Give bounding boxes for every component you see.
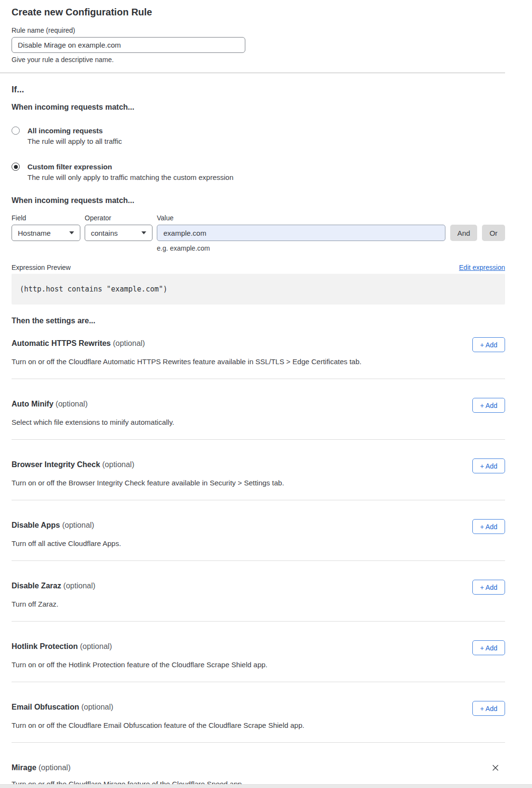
if-heading: If... — [12, 84, 505, 95]
setting-optional-tag: (optional) — [63, 582, 96, 590]
setting-optional-tag: (optional) — [113, 339, 145, 347]
operator-select-value: contains — [91, 229, 118, 237]
builder-heading: When incoming requests match... — [12, 196, 505, 205]
setting-name: Auto Minify — [12, 400, 53, 408]
setting-description: Turn on or off the Cloudflare Automatic … — [12, 357, 505, 366]
setting-name: Browser Integrity Check — [12, 460, 100, 469]
page-title: Create new Configuration Rule — [12, 6, 505, 18]
expression-preview-box: (http.host contains "example.com") — [12, 274, 505, 305]
setting-name: Mirage — [12, 763, 37, 772]
setting-row-browser-integrity-check: Browser Integrity Check (optional) + Add… — [12, 440, 505, 500]
add-button[interactable]: + Add — [472, 458, 505, 473]
add-button[interactable]: + Add — [472, 580, 505, 595]
add-button[interactable]: + Add — [472, 398, 505, 413]
radio-option-custom-filter[interactable]: Custom filter expression The rule will o… — [12, 162, 505, 182]
close-button[interactable] — [489, 761, 502, 775]
rule-name-help: Give your rule a descriptive name. — [12, 55, 505, 64]
setting-name: Automatic HTTPS Rewrites — [12, 339, 111, 347]
operator-select[interactable]: contains — [85, 225, 152, 241]
add-button[interactable]: + Add — [472, 519, 505, 534]
operator-label: Operator — [85, 214, 157, 222]
rule-name-input[interactable] — [12, 37, 245, 53]
footer-strip — [0, 784, 532, 788]
setting-row-automatic-https-rewrites: Automatic HTTPS Rewrites (optional) + Ad… — [12, 326, 505, 379]
radio-option-all-incoming[interactable]: All incoming requests The rule will appl… — [12, 126, 505, 146]
add-button[interactable]: + Add — [472, 337, 505, 352]
field-label: Field — [12, 214, 85, 222]
setting-optional-tag: (optional) — [62, 521, 94, 529]
value-input[interactable] — [157, 225, 445, 241]
setting-row-mirage: Mirage (optional) Turn on or off the Clo… — [12, 743, 505, 788]
value-hint: e.g. example.com — [157, 244, 505, 253]
setting-row-auto-minify: Auto Minify (optional) + Add Select whic… — [12, 379, 505, 440]
or-button[interactable]: Or — [482, 225, 505, 241]
chevron-down-icon — [69, 231, 74, 234]
setting-row-email-obfuscation: Email Obfuscation (optional) + Add Turn … — [12, 682, 505, 743]
setting-description: Turn on or off the Browser Integrity Che… — [12, 478, 505, 487]
section-divider — [0, 73, 505, 73]
setting-name: Disable Apps — [12, 521, 60, 529]
setting-row-hotlink-protection: Hotlink Protection (optional) + Add Turn… — [12, 622, 505, 682]
radio-description: The rule will apply to all traffic — [27, 137, 122, 146]
radio-button-selected[interactable] — [12, 163, 20, 171]
setting-name: Hotlink Protection — [12, 642, 78, 650]
radio-button-unselected[interactable] — [12, 127, 20, 135]
setting-name: Email Obfuscation — [12, 703, 79, 711]
value-label: Value — [157, 214, 174, 222]
setting-row-disable-apps: Disable Apps (optional) + Add Turn off a… — [12, 500, 505, 561]
field-select-value: Hostname — [18, 229, 51, 237]
radio-label: All incoming requests — [27, 126, 122, 135]
setting-description: Turn on or off the Hotlink Protection fe… — [12, 660, 505, 669]
match-heading: When incoming requests match... — [12, 102, 505, 112]
setting-optional-tag: (optional) — [80, 642, 112, 650]
setting-name: Disable Zaraz — [12, 582, 61, 590]
radio-description: The rule will only apply to traffic matc… — [27, 173, 233, 182]
then-heading: Then the settings are... — [12, 316, 505, 326]
setting-row-disable-zaraz: Disable Zaraz (optional) + Add Turn off … — [12, 561, 505, 622]
chevron-down-icon — [141, 231, 146, 234]
add-button[interactable]: + Add — [472, 701, 505, 716]
and-button[interactable]: And — [450, 225, 477, 241]
setting-optional-tag: (optional) — [56, 400, 88, 408]
setting-optional-tag: (optional) — [38, 763, 71, 772]
add-button[interactable]: + Add — [472, 640, 505, 655]
setting-description: Select which file extensions to minify a… — [12, 418, 505, 427]
radio-label: Custom filter expression — [27, 162, 233, 171]
field-select[interactable]: Hostname — [12, 225, 80, 241]
header-block: Create new Configuration Rule Rule name … — [12, 6, 505, 64]
setting-description: Turn off all active Cloudflare Apps. — [12, 539, 505, 548]
setting-description: Turn off Zaraz. — [12, 599, 505, 609]
setting-optional-tag: (optional) — [102, 460, 135, 469]
expression-preview-label: Expression Preview — [12, 263, 71, 272]
setting-description: Turn on or off the Cloudflare Email Obfu… — [12, 721, 505, 730]
close-icon — [492, 764, 499, 771]
edit-expression-link[interactable]: Edit expression — [459, 263, 505, 272]
setting-optional-tag: (optional) — [81, 703, 114, 711]
expression-code: (http.host contains "example.com") — [20, 285, 167, 293]
rule-name-label: Rule name (required) — [12, 26, 505, 35]
